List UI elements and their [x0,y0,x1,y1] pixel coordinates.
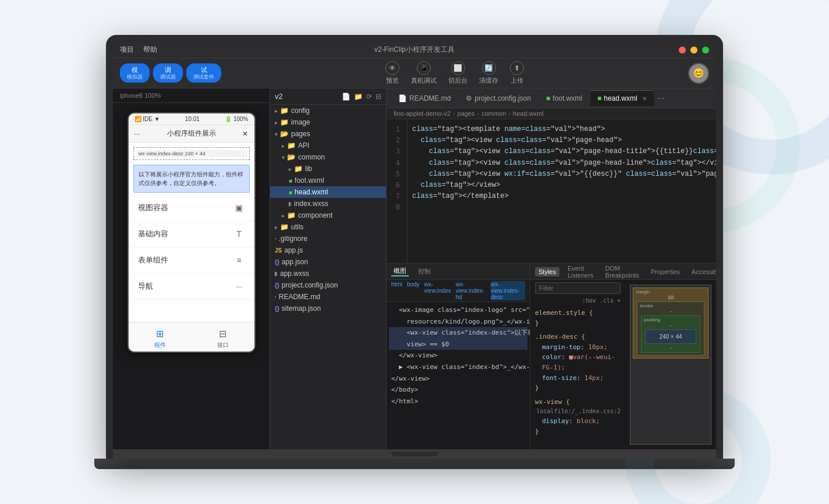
code-line-7: class="tag"></template> [412,191,711,202]
list-icon-4: ··· [233,281,245,292]
code-content[interactable]: class="tag"><template name=class="val">"… [408,119,716,263]
nav-close-icon[interactable]: ✕ [242,130,248,138]
css-filter-input[interactable] [535,282,621,294]
tab-readme-label: README.md [409,94,451,102]
tree-item-pages[interactable]: ▾ 📂 pages [270,128,386,140]
tree-item-image[interactable]: ▸ 📁 image [270,116,386,128]
preview-icon: 👁 [385,61,399,75]
tree-item-index-wxss[interactable]: ꞵ index.wxss [270,198,386,210]
box-content: 240 × 44 [645,329,696,344]
tree-item-foot-wxml[interactable]: ■ foot.wxml [270,175,386,186]
tree-item-readme-md[interactable]: · README.md [270,291,386,303]
menu-help[interactable]: 帮助 [143,45,157,55]
list-item-4[interactable]: 导航 ··· [129,274,254,300]
tab-foot-wxml[interactable]: ■ foot.wxml [539,91,589,106]
breadcrumb-common[interactable]: common [481,110,506,117]
dom-content[interactable]: <wx-image class="index-logo" src="../res… [387,302,530,449]
new-folder-icon[interactable]: 📁 [354,93,363,101]
status-left: 📶 IDE ▼ [134,116,160,122]
tree-item-project-config-json[interactable]: {} project.config.json [270,279,386,291]
dom-line-7: </body> [389,384,527,396]
iphone-mock: 📶 IDE ▼ 10:01 🔋 100% ··· 小程序组件展示 ✕ [127,112,256,353]
tab-label-component: 组件 [154,341,166,349]
user-avatar[interactable]: 😊 [688,63,709,84]
menu-project[interactable]: 项目 [120,45,134,55]
box-model: margin 10 border - padding - [630,285,711,445]
collapse-icon[interactable]: ⊟ [375,93,381,101]
dom-tab-overview[interactable]: 概图 [391,267,409,276]
element-highlight: wx-view.index-desc 240 × 44 [133,147,250,160]
real-device-icon: 📱 [417,61,431,75]
styles-tab-dom-breakpoints[interactable]: DOM Breakpoints [602,264,643,280]
breadcrumb-pages[interactable]: pages [458,110,475,117]
tree-item-app-wxss[interactable]: ꞵ app.wxss [270,268,386,279]
maximize-button[interactable] [702,47,709,54]
tree-item-app-js[interactable]: JS app.js [270,244,386,256]
toolbar-center: 👁 预览 📱 真机调试 ⬜ 切后台 🔄 清缓存 [226,61,683,85]
list-item-3[interactable]: 表单组件 ≡ [129,247,254,274]
tab-icon-api: ⊟ [217,327,229,340]
nav-more-icon[interactable]: ··· [134,130,140,138]
styles-tab-event-listeners[interactable]: Event Listeners [564,264,597,280]
tree-item-lib[interactable]: ▸ 📁 lib [270,163,386,175]
tree-item-head-wxml[interactable]: ■ head.wxml [270,186,386,198]
upload-icon: ⬆ [510,61,524,75]
css-rule: element.style {} [535,308,621,328]
breadcrumb-file[interactable]: head.wxml [513,110,544,117]
close-button[interactable] [679,47,686,54]
preview-button[interactable]: 👁 预览 [385,61,399,85]
tree-item-common[interactable]: ▾ 📂 common [270,151,386,163]
cut-bg-button[interactable]: ⬜ 切后台 [448,61,467,85]
toolbar-right: 😊 [688,63,709,84]
box-border: border - padding - 240 × 44 - [637,301,704,356]
tab-head-wxml-icon: ■ [597,94,601,102]
dom-breadcrumb-body[interactable]: body [407,281,420,300]
tree-item-api[interactable]: ▸ 📁 API [270,140,386,151]
tab-more-icon[interactable]: ··· [655,93,667,104]
tab-item-component[interactable]: ⊞ 组件 [154,327,166,349]
iphone-status-bar: 📶 IDE ▼ 10:01 🔋 100% [129,113,254,125]
tree-item-utils[interactable]: ▸ 📁 utils [270,221,386,233]
laptop-base [94,459,735,469]
code-tabs: 📄 README.md ⚙ project.config.json ■ foot… [387,88,716,108]
dom-breadcrumb-wx-view-index-hd[interactable]: wx-view.index-hd [456,281,486,300]
tree-item-sitemap-json[interactable]: {} sitemap.json [270,303,386,314]
styles-content: :hov .cls +element.style {}.index-desc {… [530,280,716,449]
dom-line-0: <wx-image class="index-logo" src="../res… [389,304,527,316]
dom-tab-control[interactable]: 控制 [416,267,433,276]
code-line-8 [412,202,711,213]
styles-tab-accessibility[interactable]: Accessibility [688,267,716,276]
minimize-button[interactable] [690,47,697,54]
styles-tab-properties[interactable]: Properties [647,267,683,276]
list-item-1[interactable]: 视图容器 ▣ [129,195,254,221]
dom-breadcrumb-wx-view-index-desc[interactable]: wx-view.index-desc [491,281,525,300]
code-area: 12345678 class="tag"><template name=clas… [387,119,716,263]
refresh-icon[interactable]: ⟳ [366,93,372,101]
device-label: iphone6 100% [113,88,270,103]
element-tag: wx-view.index-desc 240 × 44 [136,150,247,157]
test-button[interactable]: 试 测试套件 [186,63,221,83]
breadcrumb-root[interactable]: fino-applet-demo-v2 [394,110,451,117]
real-device-button[interactable]: 📱 真机调试 [411,61,437,85]
list-item-2[interactable]: 基础内容 T [129,221,254,247]
styles-tab-styles[interactable]: Styles [535,267,559,276]
clear-cache-button[interactable]: 🔄 清缓存 [479,61,498,85]
tab-project-config[interactable]: ⚙ project.config.json [459,91,538,106]
dom-breadcrumb: html body wx-view.index wx-view.index-hd… [387,280,530,302]
tab-head-wxml[interactable]: ■ head.wxml ✕ [590,90,654,106]
simulate-button[interactable]: 模 模拟器 [120,63,150,83]
dom-breadcrumb-wx-view-index[interactable]: wx-view.index [424,281,451,300]
upload-button[interactable]: ⬆ 上传 [510,61,524,85]
new-file-icon[interactable]: 📄 [342,93,350,101]
tab-close-icon[interactable]: ✕ [642,95,647,102]
tab-item-api[interactable]: ⊟ 接口 [217,327,229,349]
debug-button[interactable]: 调 调试器 [153,63,183,83]
tab-readme[interactable]: 📄 README.md [391,91,458,106]
file-tree-root-label: v2 [275,92,283,101]
file-tree-items: ▸ 📁 config▸ 📁 image▾ 📂 pages▸ 📁 API▾ 📂 c… [270,105,386,314]
tree-item-config[interactable]: ▸ 📁 config [270,105,386,116]
tree-item-app-json[interactable]: {} app.json [270,256,386,268]
dom-breadcrumb-html[interactable]: html [391,281,402,300]
tree-item--gitignore[interactable]: · .gitignore [270,233,386,244]
tree-item-component[interactable]: ▸ 📁 component [270,210,386,221]
